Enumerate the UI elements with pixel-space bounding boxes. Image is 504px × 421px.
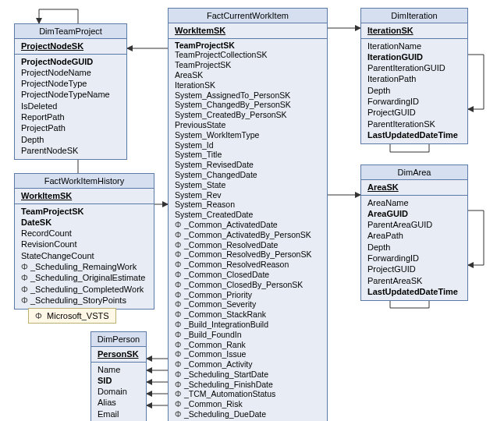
entity-field: Φ_Scheduling_CompletedWork (21, 284, 147, 295)
entity-field: Φ_Common_ActivatedBy_PersonSK (175, 230, 321, 240)
field-name: RevisionCount (21, 239, 77, 249)
entity-pk: IterationSK (361, 23, 467, 38)
phi-icon: Φ (21, 284, 30, 295)
entity-field: ProjectNodeName (21, 67, 120, 78)
field-name: _Common_Priority (184, 290, 252, 299)
entity-pk: WorkItemSK (15, 189, 154, 203)
field-name: ProjectNodeTypeName (21, 90, 110, 99)
entity-field: AreaGUID (367, 208, 461, 219)
field-name: ProjectGUID (367, 108, 416, 117)
entity-field: LastUpdatedDateTime (367, 286, 461, 297)
field-name: System_Id (175, 140, 214, 150)
field-name: System_WorkItemType (175, 130, 259, 140)
field-name: _Scheduling_DueDate (184, 409, 266, 419)
phi-icon: Φ (175, 330, 184, 340)
field-name: System_RevisedDate (175, 160, 254, 169)
entity-field: System_Title (175, 150, 321, 160)
entity-field: StateChangeCount (21, 250, 147, 261)
entity-field: Φ_Build_FoundIn (175, 330, 321, 340)
entity-fields: ProjectNodeGUIDProjectNodeNameProjectNod… (15, 55, 126, 160)
field-name: ForwardingID (367, 253, 419, 263)
field-name: Alias (98, 398, 116, 407)
field-name: Email (98, 409, 119, 419)
field-name: _Common_ClosedDate (184, 270, 269, 279)
entity-field: Email (98, 409, 140, 419)
entity-field: LastUpdatedDateTime (367, 129, 461, 140)
phi-icon: Φ (175, 349, 184, 359)
field-name: _Scheduling_OriginalEstimate (30, 273, 145, 282)
entity-field: Φ_Common_Activity (175, 359, 321, 370)
entity-field: ParentIterationGUID (367, 62, 461, 73)
entity-fields: IterationNameIterationGUIDParentIteratio… (361, 39, 467, 144)
entity-field: Φ_Scheduling_RemaingWork (21, 261, 147, 272)
field-name: _Common_ResolvedReason (184, 260, 289, 269)
entity-field: Depth (367, 242, 461, 253)
entity-field: System_Reason (175, 200, 321, 210)
entity-field: Φ_Common_ResolvedDate (175, 240, 321, 250)
entity-field: Alias (98, 397, 140, 408)
entity-field: ProjectNodeGUID (21, 56, 120, 67)
phi-icon: Φ (21, 295, 30, 306)
entity-field: System_State (175, 180, 321, 190)
field-name: ReportPath (21, 112, 65, 122)
field-name: AreaSK (175, 70, 203, 80)
phi-icon: Φ (175, 299, 184, 310)
field-name: _Scheduling_CompletedWork (30, 285, 144, 294)
field-name: TeamProjectSK (175, 60, 231, 69)
entity-title: DimIteration (361, 9, 467, 23)
entity-field: ProjectNodeTypeName (21, 89, 120, 100)
field-name: ParentAreaGUID (367, 220, 432, 229)
legend-box: Φ Microsoft_VSTS (28, 308, 116, 324)
entity-field: Φ_Scheduling_OriginalEstimate (21, 272, 147, 283)
entity-field: Φ_Common_ResolvedReason (175, 260, 321, 270)
entity-field: Φ_Common_Severity (175, 299, 321, 310)
field-name: IterationGUID (367, 52, 423, 62)
entity-field: RevisionCount (21, 239, 147, 249)
phi-icon: Φ (175, 340, 184, 350)
entity-field: TeamProjectSK (175, 60, 321, 70)
field-name: ParentIterationSK (367, 119, 435, 129)
entity-field: Φ_Common_ClosedDate (175, 270, 321, 280)
field-name: System_Reason (175, 200, 235, 209)
entity-field: ProjectGUID (367, 264, 461, 274)
entity-field: Depth (367, 85, 461, 96)
field-name: ProjectNodeType (21, 79, 87, 88)
entity-pk: WorkItemSK (169, 23, 327, 38)
field-name: System_AssignedTo_PersonSK (175, 90, 290, 100)
entity-dim-iteration: DimIteration IterationSK IterationNameIt… (360, 8, 468, 144)
entity-field: DateSK (21, 217, 147, 228)
legend-label: Microsoft_VSTS (47, 311, 108, 320)
field-name: ProjectNodeGUID (21, 57, 93, 66)
entity-field: TeamProjectSK (21, 206, 147, 217)
entity-field: SID (98, 375, 140, 386)
phi-icon: Φ (175, 389, 184, 399)
entity-fields: NameSIDDomainAliasEmail (91, 363, 146, 421)
entity-dim-area: DimArea AreaSK AreaNameAreaGUIDParentAre… (360, 165, 468, 301)
phi-icon: Φ (175, 260, 184, 270)
entity-field: ParentAreaGUID (367, 219, 461, 230)
entity-field: ParentNodeSK (21, 145, 120, 156)
phi-icon: Φ (175, 249, 184, 260)
phi-icon: Φ (175, 240, 184, 250)
field-name: TeamProjectCollectionSK (175, 50, 267, 59)
field-name: PreviousState (175, 120, 225, 129)
phi-icon: Φ (21, 261, 30, 272)
entity-field: Φ_TCM_AutomationStatus (175, 389, 321, 399)
entity-field: System_WorkItemType (175, 130, 321, 140)
field-name: _Build_FoundIn (184, 330, 242, 339)
field-name: _Common_ActivatedDate (184, 220, 278, 229)
field-name: StateChangeCount (21, 251, 94, 260)
entity-field: TeamProjectCollectionSK (175, 50, 321, 60)
entity-field: Φ_Common_Issue (175, 349, 321, 359)
entity-field: RecordCount (21, 228, 147, 239)
entity-field: ParentAreaSK (367, 275, 461, 286)
field-name: System_ChangedBy_PersonSK (175, 100, 291, 109)
field-name: ForwardingID (367, 97, 419, 106)
entity-field: IterationGUID (367, 51, 461, 62)
field-name: SID (98, 376, 112, 385)
entity-title: DimArea (361, 165, 467, 180)
phi-icon: Φ (21, 272, 30, 283)
entity-field: Φ_Common_Priority (175, 290, 321, 300)
entity-field: TeamProjectSK (175, 41, 321, 51)
entity-field: ReportPath (21, 111, 120, 122)
